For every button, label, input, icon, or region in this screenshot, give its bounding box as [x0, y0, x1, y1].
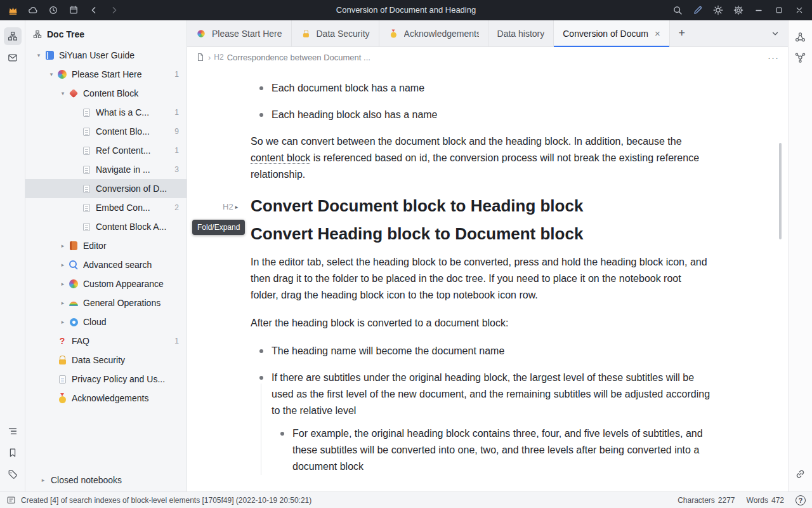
tab-acknowledgements[interactable]: Acknowledgements [379, 20, 488, 46]
doc-editor[interactable]: ▸ Editor [25, 236, 187, 255]
help-icon[interactable]: ? [796, 495, 806, 505]
doc-what-is-a-content-block[interactable]: What is a C... 1 [25, 103, 187, 122]
chevron-down-icon[interactable]: ▾ [46, 71, 57, 77]
more-options-icon[interactable]: ··· [768, 52, 779, 63]
outline-icon[interactable] [4, 422, 22, 440]
graph-icon[interactable] [792, 28, 809, 46]
daily-note-icon[interactable] [63, 0, 84, 20]
block-ref-link[interactable]: content block [251, 152, 310, 164]
document-icon[interactable] [196, 53, 205, 62]
bullet-column [251, 370, 272, 475]
paragraph[interactable]: So we can convert between the document b… [251, 133, 710, 183]
data-history-icon[interactable] [43, 0, 63, 20]
bookmark-icon[interactable] [4, 444, 22, 462]
heading-gutter[interactable]: H2 ▸ [223, 199, 238, 215]
closed-notebooks[interactable]: ▸ Closed notebooks [25, 469, 187, 491]
close-tab-icon[interactable]: × [655, 29, 660, 38]
doctree-item-count: 2 [171, 203, 187, 212]
status-message-group: Created [4] of search indexes of block-l… [6, 495, 311, 505]
doc-advanced-search[interactable]: ▸ Advanced search [25, 255, 187, 274]
chevron-right-icon[interactable]: ▸ [57, 262, 69, 268]
chevron-right-icon[interactable]: ▸ [57, 243, 69, 249]
vertical-scrollbar[interactable] [779, 143, 782, 239]
list-item-text[interactable]: The heading name will become the documen… [272, 343, 710, 359]
palette-icon [197, 29, 205, 37]
search-icon[interactable] [667, 0, 688, 20]
close-icon[interactable] [789, 0, 809, 20]
doc-please-start-here[interactable]: ▾ Please Start Here 1 [25, 65, 187, 84]
doc-content-block-attributes[interactable]: Content Block A... [25, 217, 187, 236]
list-item-text[interactable]: If there are subtitles under the origina… [272, 370, 710, 419]
go-back-icon[interactable] [84, 0, 104, 20]
right-dock [788, 20, 812, 491]
tab-list-menu-icon[interactable] [763, 20, 788, 46]
tab-please-start-here[interactable]: Please Start Here [187, 20, 292, 46]
list-item[interactable]: Each document block has a name [251, 80, 710, 97]
status-message: Created [4] of search indexes of block-l… [21, 496, 311, 505]
heading-text[interactable]: Convert Document block to Heading block [251, 194, 718, 217]
minimize-icon[interactable] [749, 0, 769, 20]
chevron-down-icon[interactable]: ▾ [57, 90, 69, 97]
list-item-text[interactable]: Each heading block also has a name [272, 107, 710, 123]
doc-general-operations[interactable]: ▸ General Operations [25, 293, 187, 312]
chevron-right-icon[interactable]: ▸ [57, 300, 69, 306]
tag-icon[interactable] [4, 465, 22, 483]
notebook-siyuan-user-guide[interactable]: ▾ SiYuan User Guide [25, 46, 187, 65]
chevron-right-icon[interactable]: ▸ [57, 281, 69, 287]
doc-privacy-policy[interactable]: Privacy Policy and Us... [25, 370, 187, 389]
doc-data-security[interactable]: Data Security [25, 351, 187, 370]
logo-crown-icon[interactable] [3, 0, 23, 20]
doc-ref-content-block[interactable]: Ref Content... 1 [25, 141, 187, 160]
maximize-icon[interactable] [769, 0, 789, 20]
fold-expand-icon[interactable]: ▸ [235, 199, 239, 215]
list-item-text[interactable]: For example, the original heading block … [292, 425, 710, 475]
settings-gear-icon[interactable] [728, 0, 749, 20]
left-dock [0, 20, 25, 491]
tab-data-security[interactable]: Data Security [292, 20, 379, 46]
list-item[interactable]: If there are subtitles under the origina… [251, 370, 710, 475]
inbox-icon[interactable] [4, 49, 22, 67]
chevron-right-icon[interactable]: ▸ [39, 477, 47, 483]
edit-pencil-icon[interactable] [688, 0, 708, 20]
doc-faq[interactable]: FAQ 1 [25, 331, 187, 351]
doctree-item-count: 1 [171, 108, 187, 117]
paragraph[interactable]: After the heading block is converted to … [251, 315, 710, 331]
tab-label: Data history [497, 29, 545, 39]
new-tab-button[interactable]: + [670, 20, 694, 46]
doc-content-block[interactable]: ▾ Content Block [25, 84, 187, 103]
list-item[interactable]: Each heading block also has a name [251, 107, 710, 123]
doc-content-block-types[interactable]: Content Blo... 9 [25, 122, 187, 141]
list-item[interactable]: The heading name will become the documen… [251, 343, 710, 359]
tab-label: Acknowledgements [404, 29, 479, 39]
doc-conversion-of-document[interactable]: Conversion of D... [25, 179, 187, 198]
characters-value: 2277 [718, 496, 735, 505]
doc-custom-appearance[interactable]: ▸ Custom Appearance [25, 274, 187, 293]
doc-acknowledgements[interactable]: Acknowledgements [25, 389, 187, 408]
paragraph[interactable]: In the editor tab, select the heading bl… [251, 254, 710, 304]
global-graph-icon[interactable] [792, 48, 809, 66]
medal-icon [57, 393, 67, 403]
doc-cloud[interactable]: ▸ Cloud [25, 312, 187, 331]
heading-text[interactable]: Convert Heading block to Document block [251, 222, 718, 245]
editor[interactable]: Each document block has a name Each head… [187, 67, 788, 491]
backlinks-icon[interactable] [792, 465, 809, 483]
file-tree-icon[interactable] [4, 27, 22, 45]
list-item-body[interactable]: If there are subtitles under the origina… [272, 370, 710, 475]
characters-label: Characters [678, 496, 715, 505]
chevron-right-icon[interactable]: ▸ [57, 319, 69, 325]
heading-block[interactable]: H2 ▸ Fold/Expand Convert Document block … [251, 194, 718, 217]
log-icon[interactable] [6, 495, 16, 505]
tab-data-history[interactable]: Data history [488, 20, 554, 46]
cloud-sync-icon[interactable] [23, 0, 43, 20]
tab-conversion-of-document[interactable]: Conversion of Docum × [554, 20, 669, 46]
doctree-item-label: Content Blo... [96, 126, 171, 137]
titlebar-left-actions [3, 0, 124, 20]
list-item-text[interactable]: Each document block has a name [272, 80, 710, 97]
doc-embed-content-block[interactable]: Embed Con... 2 [25, 198, 187, 217]
breadcrumb-heading-text[interactable]: Correspondence between Document ... [227, 53, 370, 62]
theme-sun-icon[interactable] [708, 0, 728, 20]
nested-list-item[interactable]: For example, the original heading block … [272, 425, 710, 475]
go-forward-icon[interactable] [104, 0, 124, 20]
doc-navigate-in-content-blocks[interactable]: Navigate in ... 3 [25, 160, 187, 179]
chevron-down-icon[interactable]: ▾ [33, 52, 44, 58]
